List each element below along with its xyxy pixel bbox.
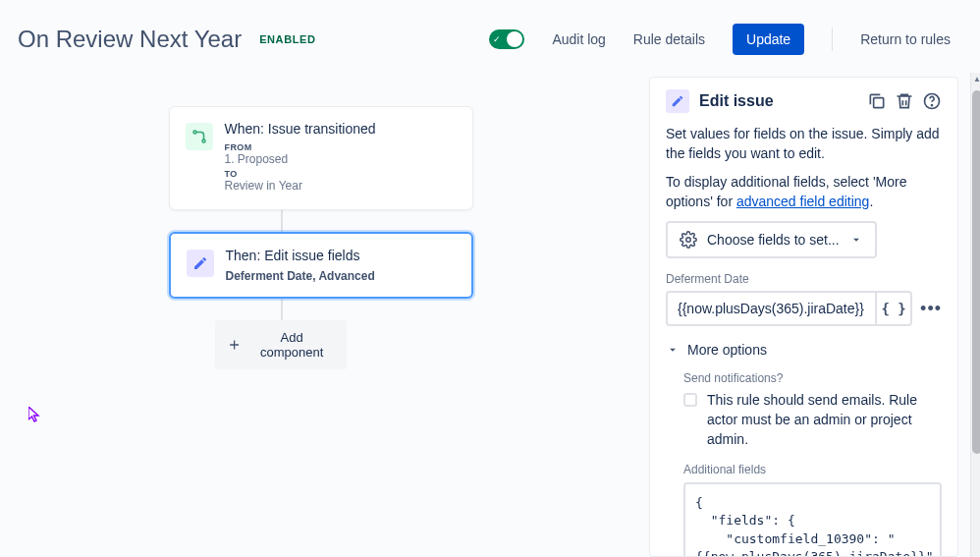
- panel-title: Edit issue: [699, 92, 857, 110]
- choose-fields-label: Choose fields to set...: [707, 232, 840, 248]
- add-component-label: Add component: [249, 330, 335, 360]
- from-value: 1. Proposed: [225, 152, 457, 166]
- chevron-down-icon: [849, 233, 863, 247]
- desc-text: .: [869, 194, 873, 209]
- check-icon: ✓: [493, 35, 501, 44]
- panel-desc-2: To display additional fields, select 'Mo…: [666, 173, 942, 211]
- return-to-rules-link[interactable]: Return to rules: [860, 31, 951, 47]
- deferment-date-label: Deferment Date: [666, 272, 942, 286]
- from-label: FROM: [225, 142, 457, 152]
- trigger-card[interactable]: When: Issue transitioned FROM 1. Propose…: [169, 106, 473, 210]
- pencil-icon: [187, 250, 214, 277]
- deferment-date-input-wrap: { }: [666, 291, 912, 326]
- scrollbar-thumb[interactable]: [972, 90, 980, 454]
- choose-fields-dropdown[interactable]: Choose fields to set...: [666, 221, 877, 258]
- panel-desc-1: Set values for fields on the issue. Simp…: [666, 125, 942, 163]
- to-value: Review in Year: [225, 179, 457, 193]
- flow-connector: [281, 299, 283, 320]
- trigger-title: When: Issue transitioned: [225, 121, 457, 137]
- svg-point-5: [686, 238, 691, 243]
- additional-fields-label: Additional fields: [683, 463, 942, 476]
- edit-issue-card[interactable]: Then: Edit issue fields Deferment Date, …: [169, 232, 473, 299]
- advanced-editing-link[interactable]: advanced field editing: [736, 194, 869, 209]
- update-button[interactable]: Update: [733, 24, 804, 55]
- scroll-up-icon[interactable]: ▲: [970, 75, 980, 84]
- send-emails-label: This rule should send emails. Rule actor…: [707, 391, 942, 449]
- pencil-icon: [666, 89, 689, 113]
- audit-log-link[interactable]: Audit log: [552, 31, 605, 47]
- action-sub: Deferment Date, Advanced: [226, 269, 456, 283]
- to-label: TO: [225, 169, 457, 179]
- toggle-knob: [507, 31, 522, 47]
- smart-values-button[interactable]: { }: [875, 293, 910, 324]
- page-title: On Review Next Year: [18, 26, 242, 53]
- flow-connector: [281, 210, 283, 232]
- more-options-toggle[interactable]: More options: [666, 342, 942, 358]
- help-icon[interactable]: [922, 91, 942, 111]
- add-component-button[interactable]: Add component: [215, 320, 347, 369]
- send-notifications-label: Send notifications?: [683, 371, 942, 385]
- svg-rect-2: [874, 98, 884, 108]
- field-more-icon[interactable]: •••: [920, 299, 942, 319]
- svg-point-0: [193, 131, 196, 134]
- edit-issue-panel: Edit issue Set values for fields on the …: [649, 77, 958, 557]
- trash-icon[interactable]: [895, 91, 914, 111]
- cursor-icon: [28, 407, 42, 422]
- svg-point-4: [932, 105, 933, 106]
- transition-icon: [186, 123, 213, 150]
- deferment-date-input[interactable]: [668, 293, 875, 324]
- rule-enabled-toggle[interactable]: ✓: [489, 29, 524, 49]
- chevron-down-icon: [666, 343, 680, 357]
- copy-icon[interactable]: [867, 91, 887, 111]
- more-options-label: More options: [687, 342, 767, 358]
- additional-fields-textarea[interactable]: { "fields": { "customfield_10390": "{{no…: [683, 482, 942, 557]
- enabled-badge: ENABLED: [259, 33, 315, 45]
- gear-icon: [680, 231, 697, 249]
- scrollbar-track[interactable]: ▲: [970, 73, 980, 557]
- send-emails-checkbox[interactable]: [683, 393, 697, 407]
- svg-point-1: [202, 139, 205, 142]
- action-title: Then: Edit issue fields: [226, 248, 456, 263]
- rule-details-link[interactable]: Rule details: [633, 31, 705, 47]
- plus-icon: [227, 337, 242, 353]
- divider: [832, 28, 833, 51]
